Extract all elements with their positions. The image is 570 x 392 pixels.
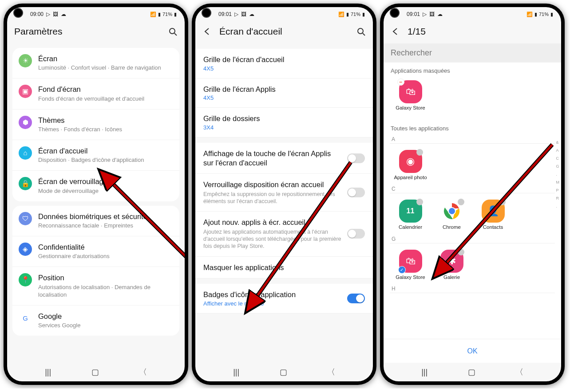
home-settings-list[interactable]: Grille de l'écran d'accueil4X5Grille de … [195,43,373,363]
list-row[interactable]: Ajout nouv. applis à écr. accueilAjoutez… [195,212,373,256]
unchecked-badge [416,149,423,156]
cloud-icon: ☁ [437,11,443,17]
phone-2: 09:01▷🖼☁ 📶▮71%▮ Écran d'accueil Grille d… [192,4,376,385]
row-title: Ajout nouv. applis à écr. accueil [203,218,342,227]
remove-badge[interactable]: − [397,78,404,86]
letter-header: A [390,134,555,144]
list-row[interactable]: Badges d'icône d'applicationAfficher ave… [195,284,373,314]
settings-item[interactable]: ◈ConfidentialitéGestionnaire d'autorisat… [12,236,179,267]
home-button[interactable]: ▢ [91,367,99,377]
list-row[interactable]: Grille de dossiers3X4 [195,108,373,137]
recents-button[interactable]: ||| [421,368,428,377]
nav-bar: ||| ▢ 〈 [7,363,185,381]
app-cell[interactable]: ✱Galerie [431,246,472,284]
settings-item[interactable]: 🔒Écran de verrouillageMode de déverrouil… [12,171,179,201]
app-name: Contacts [483,224,503,230]
settings-item[interactable]: ⌂Écran d'accueilDisposition · Badges d'i… [12,140,179,171]
list-row[interactable]: Grille de l'écran d'accueil4X5 [195,49,373,78]
home-button[interactable]: ▢ [280,367,287,377]
alpha-index[interactable]: &ACG.MPR. [556,140,560,208]
settings-title: Thèmes [38,116,173,125]
index-letter[interactable]: . [556,204,560,208]
app-cell[interactable]: 11Calendrier [390,196,431,234]
settings-title: Écran de verrouillage [38,177,173,186]
index-letter[interactable]: R [556,196,560,200]
status-bar: 09:01▷🖼☁ 📶▮71%▮ [384,7,561,20]
apps-content[interactable]: Applications masquées 🛍−Galaxy Store Tou… [384,63,561,339]
status-time: 09:00 [30,11,44,17]
settings-item[interactable]: GGoogleServices Google [12,306,179,336]
app-name: Calendrier [399,224,422,230]
letter-header: G [390,234,555,243]
back-icon[interactable] [391,27,400,36]
index-letter[interactable]: & [556,140,560,145]
status-bar: 09:00▷🖼☁ 📶▮71%▮ [7,7,185,20]
settings-subtitle: Disposition · Badges d'icône d'applicati… [38,157,173,164]
svg-point-10 [448,208,455,215]
settings-icon: 🔒 [19,177,32,190]
index-letter[interactable]: G [556,164,560,169]
list-row[interactable]: Verrouillage disposition écran accueilEm… [195,174,373,212]
recents-button[interactable]: ||| [233,368,239,377]
search-icon[interactable] [168,27,178,36]
svg-point-0 [170,28,175,34]
back-icon[interactable] [202,27,212,36]
settings-icon: 🛡 [19,212,32,225]
settings-content[interactable]: ☀ÉcranLuminosité · Confort visuel · Barr… [7,43,185,363]
row-value: 4X5 [203,94,365,101]
list-row[interactable]: Grille de l'écran Applis4X5 [195,78,373,108]
app-cell[interactable]: Chrome [431,196,472,234]
back-button[interactable]: 〈 [327,367,335,377]
battery-pct: 71% [162,12,172,17]
toggle-switch[interactable] [347,229,365,239]
page-title: Écran d'accueil [219,26,349,37]
list-row[interactable]: Masquer les applications [195,257,373,279]
app-icon [440,200,463,223]
settings-item[interactable]: ⬢ThèmesThèmes · Fonds d'écran · Icônes [12,110,179,140]
settings-icon: ▣ [19,85,32,98]
index-letter[interactable]: C [556,156,560,161]
row-title: Grille de l'écran d'accueil [203,55,365,64]
settings-title: Google [38,312,173,321]
search-field[interactable]: Rechercher [384,43,561,62]
index-letter[interactable]: P [556,188,560,192]
recents-button[interactable]: ||| [45,368,51,377]
search-icon[interactable] [356,27,366,36]
ok-button[interactable]: OK [384,339,561,363]
unchecked-badge [458,249,464,255]
settings-item[interactable]: ☀ÉcranLuminosité · Confort visuel · Barr… [12,48,179,78]
svg-line-1 [174,33,177,35]
signal-icon: ▮ [534,12,537,17]
settings-title: Écran [38,54,173,63]
wifi-icon: 📶 [526,12,533,17]
row-value: Afficher avec le numéro [203,300,342,307]
index-letter[interactable]: M [556,180,560,184]
settings-subtitle: Services Google [38,322,173,329]
toggle-switch[interactable] [347,188,365,197]
app-cell[interactable]: 👤Contacts [472,196,514,234]
settings-title: Confidentialité [38,243,173,252]
row-desc: Empêchez la suppression ou le reposition… [203,191,342,205]
list-row[interactable]: Affichage de la touche de l'écran Applis… [195,143,373,174]
app-cell[interactable]: 🛍✓Galaxy Store [390,246,431,284]
settings-subtitle: Fonds d'écran de verrouillage et d'accue… [38,95,173,103]
row-title: Masquer les applications [203,263,365,272]
battery-pct: 71% [539,12,549,17]
index-letter[interactable]: . [556,172,560,176]
settings-item[interactable]: 🛡Données biométriques et sécuritéReconna… [12,206,179,236]
settings-item[interactable]: 📍PositionAutorisations de localisation ·… [12,267,179,305]
back-button[interactable]: 〈 [515,367,523,377]
home-button[interactable]: ▢ [468,367,475,377]
back-button[interactable]: 〈 [139,367,147,377]
app-name: Chrome [443,224,461,230]
camera-hole [390,8,400,18]
index-letter[interactable]: A [556,148,560,153]
settings-item[interactable]: ▣Fond d'écranFonds d'écran de verrouilla… [12,78,179,109]
app-cell[interactable]: ◉Appareil photo [390,146,431,184]
status-bar: 09:01▷🖼☁ 📶▮71%▮ [195,7,373,20]
toggle-switch[interactable] [347,294,365,303]
app-cell[interactable]: 🛍−Galaxy Store [390,77,431,114]
settings-icon: ☀ [19,54,32,67]
unchecked-badge [416,199,423,205]
toggle-switch[interactable] [347,153,365,163]
